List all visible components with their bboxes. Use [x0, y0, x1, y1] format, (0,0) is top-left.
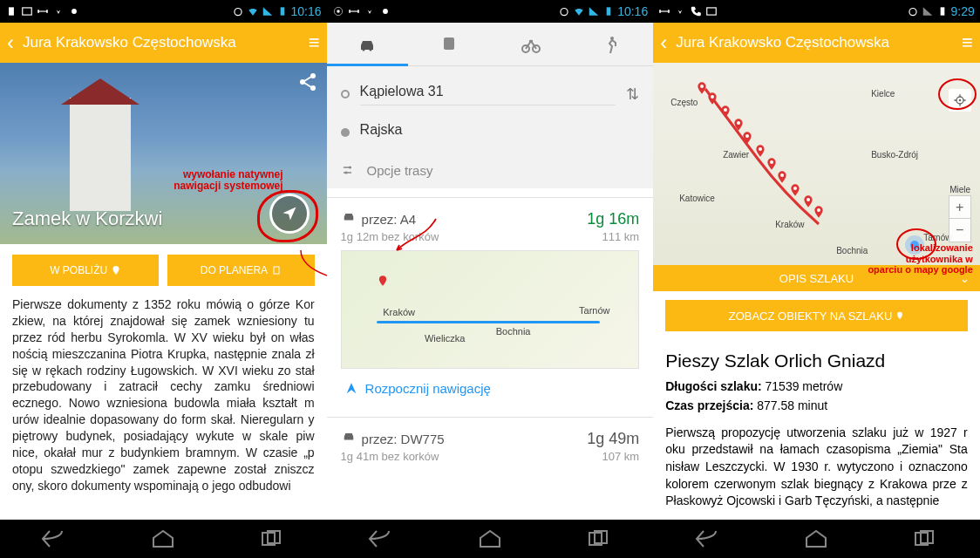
svg-rect-32: [659, 10, 661, 13]
battery-icon: [5, 5, 17, 17]
pin-icon: [895, 311, 904, 320]
annotation-arrow: [359, 216, 481, 269]
svg-rect-17: [357, 10, 359, 13]
phone-icon: [690, 5, 702, 17]
signal-icon: [262, 5, 274, 17]
swap-button[interactable]: ⇅: [626, 85, 639, 104]
system-nav-bar: [653, 520, 980, 558]
svg-rect-3: [46, 10, 48, 13]
svg-rect-4: [39, 10, 46, 11]
svg-point-20: [561, 9, 568, 16]
svg-point-39: [711, 95, 714, 99]
back-button[interactable]: ‹: [7, 31, 14, 55]
route-via: przez: DW775: [362, 432, 588, 446]
route-card-2[interactable]: przez: DW775 1g 49m 1g 41m bez korków 10…: [327, 417, 654, 470]
tab-walk[interactable]: [572, 23, 654, 65]
home-nav-icon[interactable]: [150, 529, 176, 548]
bike-icon: [521, 34, 541, 55]
android-icon: [68, 5, 80, 17]
svg-point-40: [724, 108, 727, 112]
origin-dot-icon: [341, 90, 350, 99]
alarm-icon: [558, 5, 570, 17]
back-button[interactable]: ‹: [660, 31, 667, 55]
svg-rect-24: [444, 37, 454, 50]
tab-bike[interactable]: [490, 23, 572, 65]
dumbbell-icon: [348, 5, 360, 17]
settings-icon: [341, 162, 357, 178]
download-icon: [52, 5, 65, 17]
signal-icon: [588, 5, 600, 17]
poi-description: Pierwsze dokumenty z 1352 roku mówią o g…: [0, 296, 327, 494]
back-nav-icon[interactable]: [41, 529, 67, 548]
route-options[interactable]: Opcje trasy: [327, 152, 654, 188]
svg-rect-35: [707, 8, 717, 15]
map-pin-icon: [788, 180, 802, 200]
svg-point-6: [234, 9, 241, 16]
svg-rect-33: [668, 10, 670, 13]
home-nav-icon[interactable]: [477, 529, 503, 548]
svg-point-43: [759, 147, 762, 151]
svg-point-36: [909, 9, 915, 16]
share-icon[interactable]: [297, 71, 318, 92]
recent-nav-icon[interactable]: [586, 529, 612, 548]
svg-rect-16: [349, 10, 350, 13]
app-header: ‹ Jura Krakowsko Częstochowska ≡: [653, 23, 980, 63]
svg-point-44: [770, 160, 773, 164]
recent-nav-icon[interactable]: [259, 529, 285, 548]
tab-car[interactable]: [327, 23, 409, 65]
signal-icon: [922, 5, 934, 17]
svg-point-22: [363, 48, 365, 51]
svg-point-42: [745, 134, 749, 138]
app-header: ‹ Jura Krakowsko Częstochowska ≡: [0, 23, 327, 63]
annotation-location: lokalizowanie użytkownika w oparciu o ma…: [868, 242, 972, 276]
dest-field[interactable]: Rajska: [360, 122, 640, 143]
route-mini-map[interactable]: Kraków Wieliczka Bochnia Tarnów: [341, 250, 640, 369]
pin-icon: [111, 265, 121, 276]
home-nav-icon[interactable]: [803, 529, 829, 548]
map-pin-icon: [812, 202, 826, 221]
map-pin-icon: [718, 102, 732, 121]
back-nav-icon[interactable]: [368, 529, 394, 548]
trail-duration: Czas przejścia: 877.58 minut: [653, 396, 980, 415]
tab-transit[interactable]: [408, 23, 490, 65]
trail-map[interactable]: Często Zawier Katowice Kraków Kielce Bus…: [653, 63, 980, 265]
start-navigation-button[interactable]: Rozpocznij nawigację: [327, 369, 654, 408]
back-nav-icon[interactable]: [695, 529, 721, 548]
wifi-icon: [247, 5, 259, 17]
phone-screen-1: 10:16 ‹ Jura Krakowsko Częstochowska ≡ Z…: [0, 0, 327, 558]
download-icon: [674, 5, 686, 17]
route-card-1[interactable]: przez: A4 1g 16m 1g 12m bez korków 111 k…: [327, 197, 654, 408]
see-objects-button[interactable]: ZOBACZ OBIEKTY NA SZLAKU: [665, 300, 968, 331]
svg-point-29: [344, 172, 347, 174]
dest-dot-icon: [341, 128, 350, 137]
zoom-out-button[interactable]: −: [949, 219, 970, 242]
battery-icon: [936, 5, 949, 17]
hero-image: Zamek w Korzkwi wywołanie natywnej nawig…: [0, 63, 327, 244]
status-time: 10:16: [617, 4, 648, 18]
download-icon: [364, 5, 376, 17]
menu-icon[interactable]: ≡: [962, 31, 973, 54]
status-time: 9:29: [951, 4, 975, 18]
car-icon: [341, 208, 357, 224]
system-nav-bar: [0, 520, 327, 558]
alarm-icon: [907, 5, 919, 17]
svg-point-19: [383, 9, 388, 14]
zoom-in-button[interactable]: +: [949, 196, 970, 219]
status-bar: 10:16: [327, 0, 654, 23]
annotation-nav: wywołanie natywnej nawigacji systemowej: [174, 169, 282, 192]
map-pin-icon: [705, 89, 719, 108]
nearby-button[interactable]: W POBLIŻU: [12, 255, 159, 286]
transport-mode-tabs: [327, 23, 654, 66]
trail-description: Pierwszą propozycję utworzenia szlaku ju…: [653, 416, 980, 510]
alarm-icon: [232, 5, 244, 17]
route-time: 1g 49m: [587, 430, 639, 448]
svg-point-41: [737, 121, 740, 125]
navigation-arrow-icon: [344, 382, 358, 396]
recent-nav-icon[interactable]: [912, 529, 938, 548]
route-distance: 111 km: [602, 230, 640, 243]
annotation-circle: [257, 190, 318, 242]
image-icon: [705, 5, 718, 17]
phone-screen-2: 10:16 Kąpielowa 31 ⇅ Rajska Opcje trasy: [327, 0, 654, 558]
origin-field[interactable]: Kąpielowa 31: [360, 84, 616, 105]
menu-icon[interactable]: ≡: [309, 31, 320, 54]
